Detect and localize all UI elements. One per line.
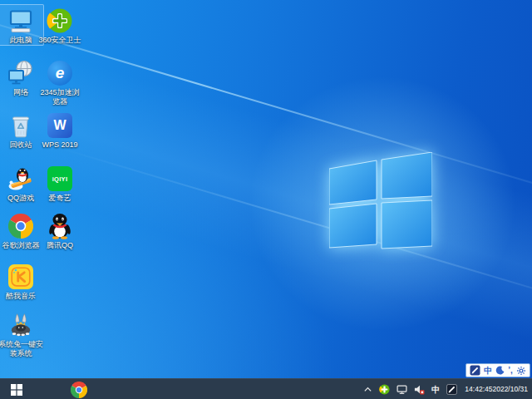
ime-mode-chinese[interactable]: 中 [484, 364, 492, 377]
2345-logo-letter: e [56, 64, 65, 82]
desktop-icon-360-safe[interactable]: 360安全卫士 [37, 4, 83, 46]
desktop-icon-label: 酷我音乐 [6, 292, 36, 301]
desktop-wallpaper: 此电脑 网络 回收站 [0, 0, 532, 399]
tray-ime-pad-icon[interactable] [446, 379, 458, 399]
ime-toolbar: 中 ’, [466, 363, 530, 377]
desktop-icon-2345-browser[interactable]: e 2345加速浏览器 [37, 57, 83, 106]
ime-logo-icon[interactable] [470, 364, 480, 377]
windows-logo [329, 152, 432, 252]
kuwo-music-icon [7, 264, 34, 290]
system-tray: 中 14:42:45 2022/10/31 [362, 379, 532, 399]
desktop-icon-label: WPS 2019 [42, 140, 77, 150]
desktop-icon-tencent-qq[interactable]: 腾讯QQ [37, 209, 83, 251]
xitongtu-rabbit-icon [7, 312, 34, 338]
360-safe-icon [47, 7, 73, 34]
wps-logo-letter: W [53, 118, 66, 133]
tray-clock[interactable]: 14:42:45 2022/10/31 [463, 379, 530, 399]
desktop-icon-label: 网络 [13, 88, 28, 97]
this-pc-icon [7, 7, 34, 34]
desktop-icon-label: 回收站 [10, 140, 32, 150]
tencent-qq-icon [47, 213, 73, 239]
ime-halfwidth-moon-icon[interactable] [495, 364, 505, 377]
chrome-icon [71, 382, 87, 398]
desktop-icon-label: 腾讯QQ [47, 241, 73, 250]
desktop-icon-label: 此电脑 [10, 36, 32, 45]
qq-games-icon [7, 165, 34, 192]
tray-network-icon[interactable] [396, 379, 408, 399]
tray-360-safe-icon[interactable] [378, 379, 391, 399]
desktop-icon-xitongtu[interactable]: 系统兔一键安装系统 [0, 308, 44, 358]
clock-time: 14:42:45 [465, 386, 492, 394]
tray-input-language-indicator[interactable]: 中 [431, 379, 441, 399]
recycle-bin-icon [7, 112, 34, 139]
show-hidden-icons-chevron[interactable] [362, 379, 373, 399]
desktop-icon-wps-2019[interactable]: W WPS 2019 [37, 109, 83, 150]
desktop-icon-kuwo-music[interactable]: 酷我音乐 [0, 260, 44, 302]
clock-date: 2022/10/31 [492, 386, 528, 394]
desktop-icon-label: QQ游戏 [7, 194, 34, 203]
ime-settings-gear-icon[interactable] [516, 364, 526, 377]
desktop-icon-label: 系统兔一键安装系统 [0, 340, 43, 357]
windows-start-icon [11, 384, 22, 396]
iqiyi-icon: iQIYI [47, 165, 73, 192]
taskbar: 中 14:42:45 2022/10/31 [0, 378, 532, 399]
desktop-icon-label: 2345加速浏览器 [37, 88, 82, 106]
ime-punctuation-icon[interactable]: ’, [508, 364, 513, 377]
desktop-icon-label: 360安全卫士 [38, 36, 81, 45]
network-icon [7, 60, 34, 86]
start-button[interactable] [0, 379, 33, 399]
desktop-icon-label: 爱奇艺 [49, 194, 71, 203]
tray-volume-muted-icon[interactable] [413, 379, 426, 399]
taskbar-chrome-button[interactable] [62, 379, 96, 399]
iqiyi-logo-text: iQIYI [52, 175, 68, 183]
chrome-icon [7, 213, 34, 239]
wps-2019-icon: W [47, 112, 73, 139]
desktop-icon-label: 谷歌浏览器 [2, 241, 40, 250]
2345-browser-icon: e [47, 60, 73, 86]
desktop-icon-iqiyi[interactable]: iQIYI 爱奇艺 [37, 162, 83, 204]
